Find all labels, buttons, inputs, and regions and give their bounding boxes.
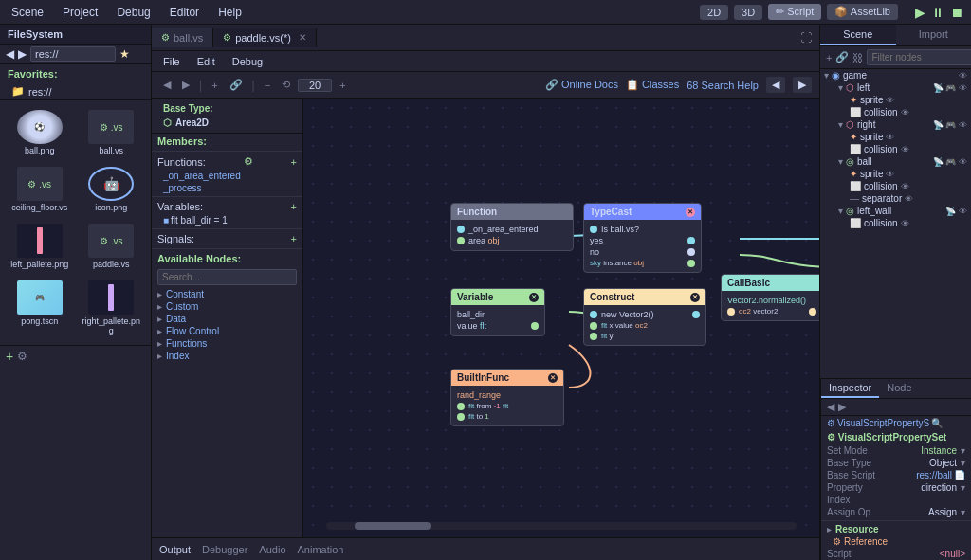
functions-settings-icon[interactable]: ⚙ (244, 155, 253, 168)
fs-bookmark-icon[interactable]: ★ (119, 47, 130, 61)
close-button[interactable]: ✕ (686, 208, 695, 217)
scene-tree-item[interactable]: ⬜ collision 👁 (820, 180, 971, 192)
fs-forward-icon[interactable]: ▶ (18, 47, 27, 61)
eye-icon[interactable]: 👁 (886, 96, 894, 105)
tab-ball-vs[interactable]: ⚙ ball.vs (152, 28, 213, 47)
function-item[interactable]: _on_area_entered (152, 170, 302, 182)
avail-node-item[interactable]: ▸Custom (152, 300, 302, 313)
signals-add-icon[interactable]: + (291, 233, 297, 244)
bottom-tab-output[interactable]: Output (159, 544, 191, 555)
mode-script-button[interactable]: ✏ Script (768, 4, 821, 20)
eye-icon[interactable]: 👁 (901, 108, 909, 117)
tab-import[interactable]: Import (896, 25, 972, 45)
zoom-reset-button[interactable]: ⟲ (278, 77, 294, 93)
next-nav-button[interactable]: ▶ (793, 77, 812, 93)
available-nodes-search-input[interactable] (157, 269, 297, 285)
scene-tree-item[interactable]: ▾ ⬡ right 📡 🎮 👁 (820, 118, 971, 131)
vs-node-builtinfunc[interactable]: BuiltInFunc ✕ rand_range flt from -1 flt… (450, 369, 564, 426)
prev-nav-button[interactable]: ◀ (766, 77, 785, 93)
functions-add-icon[interactable]: + (291, 156, 297, 168)
eye-icon[interactable]: 👁 (901, 182, 909, 191)
inspector-back-button[interactable]: ◀ (827, 401, 834, 413)
pause-button[interactable]: ⏸ (931, 5, 944, 20)
eye-icon[interactable]: 👁 (886, 133, 894, 142)
tab-close-icon[interactable]: ✕ (299, 32, 306, 43)
list-item[interactable]: ⚙ .vs paddle.vs (78, 220, 146, 273)
scene-tree-item[interactable]: ⬜ collision 👁 (820, 106, 971, 118)
variable-item[interactable]: ■ flt ball_dir = 1 (152, 214, 302, 226)
zoom-input[interactable] (298, 79, 332, 92)
file-icon[interactable]: 📄 (954, 470, 965, 480)
scene-search-input[interactable] (867, 49, 971, 65)
stop-button[interactable]: ⏹ (950, 5, 963, 20)
eye-icon[interactable]: 👁 (959, 120, 967, 130)
list-item[interactable]: 🎮 pong.tscn (6, 277, 74, 339)
row-options-icon[interactable]: ▾ (961, 445, 965, 456)
close-button[interactable]: ✕ (548, 373, 558, 383)
eye-icon[interactable]: 👁 (901, 219, 909, 228)
bottom-tab-animation[interactable]: Animation (298, 544, 344, 555)
mode-3d-button[interactable]: 3D (734, 5, 762, 20)
scene-link-button[interactable]: 🔗 (835, 51, 849, 63)
list-item[interactable]: right_pallete.png (78, 277, 146, 339)
fs-add-file-icon[interactable]: + (6, 349, 13, 364)
tab-scene[interactable]: Scene (820, 25, 896, 45)
eye-icon[interactable]: 👁 (959, 207, 967, 216)
eye-icon[interactable]: 👁 (959, 157, 967, 167)
mode-assetlib-button[interactable]: 📦 AssetLib (827, 4, 898, 20)
close-button[interactable]: ✕ (690, 293, 700, 302)
inspector-object-title[interactable]: ⚙ VisualScriptPropertyS 🔍 (821, 416, 971, 430)
scene-tree-item[interactable]: ▾ ◎ ball 📡 🎮 👁 (820, 155, 971, 168)
function-item[interactable]: _process (152, 182, 302, 194)
online-docs-link[interactable]: 🔗 Online Docs (545, 79, 618, 91)
eye-icon[interactable]: 👁 (959, 71, 967, 81)
forward-button[interactable]: ▶ (178, 77, 193, 93)
fs-back-icon[interactable]: ◀ (6, 47, 14, 61)
scene-tree-item[interactable]: ✦ sprite 👁 (820, 131, 971, 143)
vs-node-construct[interactable]: Construct ✕ new Vector2() flt x value oc… (583, 288, 706, 346)
menu-debug[interactable]: Debug (113, 4, 154, 21)
avail-node-item[interactable]: ▸Index (152, 350, 302, 362)
classes-link[interactable]: 📋 Classes (626, 79, 679, 91)
scene-tree-item[interactable]: ✦ sprite 👁 (820, 94, 971, 106)
scene-tree-item[interactable]: ▾ ◉ game 👁 (820, 69, 971, 81)
zoom-in-button[interactable]: + (336, 78, 349, 93)
fs-path-input[interactable] (30, 46, 116, 62)
avail-node-item[interactable]: ▸Flow Control (152, 325, 302, 337)
fs-settings-icon[interactable]: ⚙ (17, 350, 27, 363)
submenu-debug[interactable]: Debug (229, 54, 266, 69)
inspector-forward-button[interactable]: ▶ (838, 401, 846, 413)
row-options-icon[interactable]: ▾ (961, 458, 965, 468)
graph-scrollbar-h[interactable] (326, 522, 797, 530)
list-item[interactable]: ⚙ .vs ceiling_floor.vs (6, 163, 74, 216)
scene-chain-button[interactable]: ⛓ (852, 52, 863, 63)
menu-help[interactable]: Help (214, 4, 246, 21)
avail-node-item[interactable]: ▸Functions (152, 337, 302, 350)
eye-icon[interactable]: 👁 (886, 170, 894, 179)
row-options-icon[interactable]: ▾ (961, 482, 965, 493)
back-button[interactable]: ◀ (159, 77, 174, 93)
close-button[interactable]: ✕ (529, 293, 539, 302)
tab-maximize-icon[interactable]: ⛶ (793, 31, 819, 45)
tab-inspector[interactable]: Inspector (821, 379, 879, 398)
eye-icon[interactable]: 👁 (959, 83, 967, 93)
mode-2d-button[interactable]: 2D (700, 5, 728, 20)
vs-node-function[interactable]: Function _on_area_entered area obj (450, 203, 574, 251)
scene-tree-item[interactable]: ▾ ⬡ left 📡 🎮 👁 (820, 81, 971, 94)
scene-tree-item[interactable]: ✦ sprite 👁 (820, 168, 971, 180)
scene-add-button[interactable]: + (826, 52, 832, 63)
zoom-out-button[interactable]: − (261, 78, 274, 93)
bottom-tab-audio[interactable]: Audio (259, 544, 285, 555)
variables-add-icon[interactable]: + (291, 201, 297, 212)
tab-paddle-vs[interactable]: ⚙ paddle.vs(*) ✕ (213, 28, 317, 47)
vs-node-callbasic[interactable]: CallBasic ✕ Vector2.normalized() oc2 vec… (721, 274, 819, 321)
row-options-icon[interactable]: ▾ (961, 507, 965, 517)
bottom-tab-debugger[interactable]: Debugger (202, 544, 247, 555)
list-item[interactable]: ⚙ .vs ball.vs (78, 106, 146, 159)
play-button[interactable]: ▶ (915, 5, 925, 20)
avail-node-item[interactable]: ▸Constant (152, 288, 302, 300)
add-node-button[interactable]: + (208, 78, 221, 93)
eye-icon[interactable]: 👁 (901, 145, 909, 154)
vs-node-typecast[interactable]: TypeCast ✕ Is ball.vs? yes no (583, 203, 702, 273)
scene-tree-item[interactable]: — separator 👁 (820, 192, 971, 205)
